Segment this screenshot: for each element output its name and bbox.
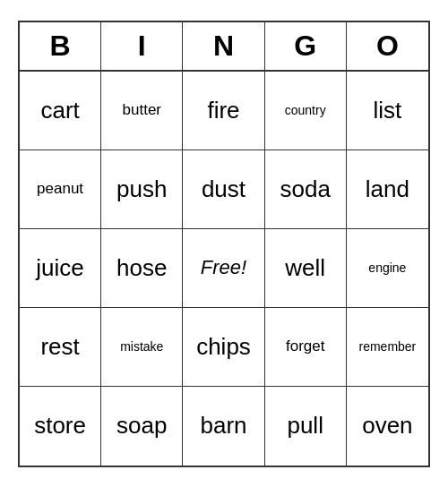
bingo-cell-1-0: peanut [20,150,101,229]
bingo-card: BINGO cartbutterfirecountrylistpeanutpus… [18,21,430,467]
bingo-cell-0-4: list [347,72,428,150]
bingo-cell-0-2: fire [183,72,264,150]
bingo-cell-4-0: store [20,387,101,466]
bingo-cell-0-1: butter [101,72,183,150]
bingo-cell-3-4: remember [347,308,428,387]
bingo-cell-2-1: hose [101,229,183,308]
bingo-grid: cartbutterfirecountrylistpeanutpushdusts… [20,72,428,466]
header-letter-b: B [20,22,101,70]
bingo-cell-0-3: country [265,72,347,150]
bingo-cell-1-4: land [347,150,428,229]
bingo-cell-1-3: soda [265,150,347,229]
bingo-cell-1-2: dust [183,150,264,229]
bingo-cell-4-2: barn [183,387,264,466]
bingo-cell-4-1: soap [101,387,183,466]
bingo-cell-2-4: engine [347,229,428,308]
bingo-cell-2-2: Free! [183,229,264,308]
header-letter-g: G [265,22,347,70]
bingo-cell-0-0: cart [20,72,101,150]
bingo-cell-2-3: well [265,229,347,308]
bingo-cell-3-0: rest [20,308,101,387]
bingo-header: BINGO [20,22,428,72]
bingo-cell-1-1: push [101,150,183,229]
header-letter-o: O [347,22,428,70]
header-letter-i: I [101,22,183,70]
bingo-cell-2-0: juice [20,229,101,308]
header-letter-n: N [183,22,264,70]
bingo-cell-4-4: oven [347,387,428,466]
bingo-cell-3-3: forget [265,308,347,387]
bingo-cell-3-2: chips [183,308,264,387]
bingo-cell-3-1: mistake [101,308,183,387]
bingo-cell-4-3: pull [265,387,347,466]
